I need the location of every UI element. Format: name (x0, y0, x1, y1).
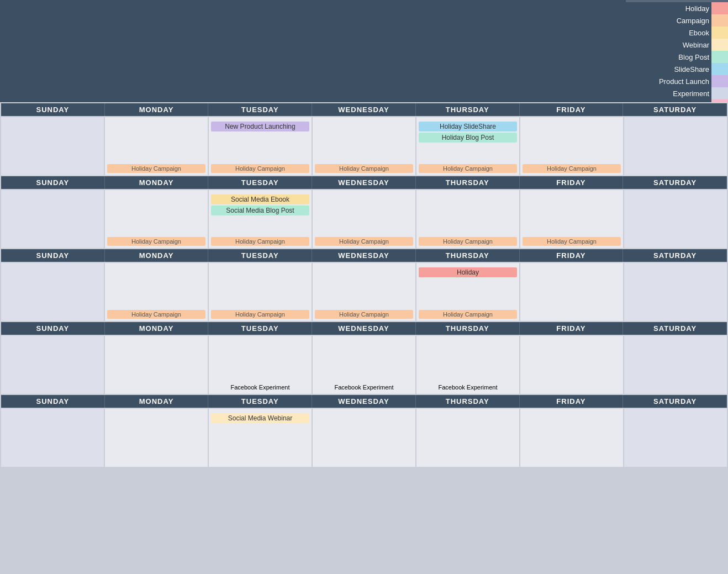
day-cell (313, 409, 415, 467)
cell-events (315, 265, 413, 310)
week-header-row: SUNDAYMONDAYTUESDAYWEDNESDAYTHURSDAYFRID… (1, 322, 727, 335)
day-header: MONDAY (105, 322, 209, 335)
day-header: THURSDAY (416, 176, 520, 189)
cell-footer-tag: Facebook Experiment (419, 383, 517, 392)
cell-events (3, 411, 102, 465)
event-tag: Social Media Webinar (211, 413, 309, 423)
day-header: TUESDAY (208, 395, 312, 408)
day-header: WEDNESDAY (312, 176, 416, 189)
cell-events (419, 411, 517, 465)
week-header-row: SUNDAYMONDAYTUESDAYWEDNESDAYTHURSDAYFRID… (1, 249, 727, 262)
day-cell: Holiday Campaign (520, 117, 623, 175)
cell-events (626, 192, 725, 246)
cell-events (3, 119, 102, 173)
cell-events: Holiday (419, 265, 517, 310)
day-cell (624, 336, 727, 394)
event-tag: Holiday SlideShare (419, 122, 517, 131)
cell-footer-tag: Holiday Campaign (419, 310, 517, 319)
cell-events (626, 411, 725, 465)
key-item: Webinar (626, 39, 728, 51)
week-row: Social Media Webinar (1, 409, 727, 467)
day-header: SUNDAY (1, 395, 105, 408)
cell-events (211, 338, 309, 383)
key-item: SlideShare (626, 63, 728, 75)
cell-events (3, 192, 102, 246)
event-tag: New Product Launching (211, 122, 309, 131)
week-header-row: SUNDAYMONDAYTUESDAYWEDNESDAYTHURSDAYFRID… (1, 176, 727, 189)
cell-events (626, 265, 725, 319)
day-cell (1, 409, 104, 467)
key-item: Campaign (626, 14, 728, 27)
cell-events (107, 411, 205, 465)
cell-events (523, 265, 621, 319)
day-header: THURSDAY (416, 249, 520, 262)
day-header: TUESDAY (208, 249, 312, 262)
day-cell (624, 117, 727, 175)
cell-footer-tag: Facebook Experiment (315, 383, 413, 392)
event-tag: Social Media Ebook (211, 194, 309, 204)
day-cell: Facebook Experiment (313, 336, 415, 394)
day-cell: Holiday Campaign (313, 190, 415, 248)
cell-footer-tag: Holiday Campaign (419, 164, 517, 173)
key-item: Experiment (626, 87, 728, 99)
day-header: WEDNESDAY (312, 395, 416, 408)
cell-events (315, 192, 413, 237)
day-cell: Holiday Campaign (105, 263, 208, 321)
cell-events (419, 338, 517, 383)
day-header: SUNDAY (1, 176, 105, 189)
day-header: FRIDAY (520, 395, 624, 408)
day-cell: Facebook Experiment (209, 336, 312, 394)
week-header-row: SUNDAYMONDAYTUESDAYWEDNESDAYTHURSDAYFRID… (1, 103, 727, 116)
day-header: SUNDAY (1, 322, 105, 335)
cell-footer-tag: Holiday Campaign (107, 164, 205, 173)
cell-events (107, 265, 205, 310)
cell-footer-tag: Holiday Campaign (107, 237, 205, 246)
event-tag: Social Media Blog Post (211, 206, 309, 215)
cell-events (315, 119, 413, 164)
key-item: Ebook (626, 27, 728, 39)
week-row: Holiday CampaignHoliday CampaignHoliday … (1, 263, 727, 321)
day-cell: HolidayHoliday Campaign (416, 263, 519, 321)
week-row: Facebook ExperimentFacebook ExperimentFa… (1, 336, 727, 394)
day-header: MONDAY (105, 176, 209, 189)
cell-events (3, 338, 102, 392)
cell-events (523, 192, 621, 237)
cell-events (419, 192, 517, 237)
calendar-area: SUNDAYMONDAYTUESDAYWEDNESDAYTHURSDAYFRID… (0, 102, 728, 574)
day-header: TUESDAY (208, 103, 312, 116)
day-cell (1, 117, 104, 175)
key-item: Holiday (626, 2, 728, 14)
day-header: WEDNESDAY (312, 322, 416, 335)
day-cell (624, 190, 727, 248)
day-header: MONDAY (105, 395, 209, 408)
key-item: Blog Post (626, 51, 728, 63)
cell-events (315, 411, 413, 465)
day-cell (105, 409, 208, 467)
day-header: THURSDAY (416, 322, 520, 335)
cell-events (211, 265, 309, 310)
day-cell (105, 336, 208, 394)
week-row: Holiday CampaignNew Product LaunchingHol… (1, 117, 727, 175)
cell-events: New Product Launching (211, 119, 309, 164)
day-cell: Social Media EbookSocial Media Blog Post… (209, 190, 312, 248)
day-header: SATURDAY (623, 249, 727, 262)
day-cell: New Product LaunchingHoliday Campaign (209, 117, 312, 175)
day-cell: Holiday Campaign (313, 263, 415, 321)
day-header: WEDNESDAY (312, 249, 416, 262)
day-cell: Social Media Webinar (209, 409, 312, 467)
day-cell (624, 409, 727, 467)
day-header: SATURDAY (623, 176, 727, 189)
cell-events (315, 338, 413, 383)
cell-events: Social Media Webinar (211, 411, 309, 465)
day-header: TUESDAY (208, 176, 312, 189)
key-item: Product Launch (626, 75, 728, 87)
cell-events (626, 338, 725, 392)
cell-events (626, 119, 725, 173)
header: HolidayCampaignEbookWebinarBlog PostSlid… (0, 0, 728, 102)
day-cell: Holiday Campaign (313, 117, 415, 175)
day-header: FRIDAY (520, 249, 624, 262)
week-header-row: SUNDAYMONDAYTUESDAYWEDNESDAYTHURSDAYFRID… (1, 395, 727, 408)
day-header: SATURDAY (623, 103, 727, 116)
day-header: SUNDAY (1, 103, 105, 116)
day-header: THURSDAY (416, 395, 520, 408)
